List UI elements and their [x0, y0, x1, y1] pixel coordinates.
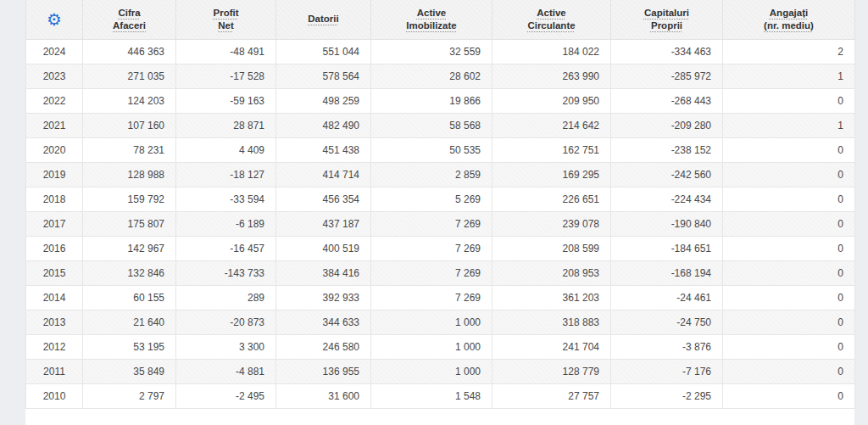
- capitaluri-proprii-cell: -3 876: [611, 334, 723, 359]
- angajati-cell: 0: [723, 310, 855, 334]
- cifra-afaceri-cell: 60 155: [83, 285, 176, 310]
- active-imobilizate-cell: 1 548: [371, 383, 492, 408]
- active-imobilizate-cell: 7 269: [371, 211, 492, 236]
- profit-net-cell: -17 528: [176, 64, 276, 88]
- table-row: 2012 53 195 3 300 246 580 1 000 241 704 …: [26, 334, 855, 359]
- year-cell: 2014: [26, 285, 83, 310]
- angajati-cell: 0: [723, 211, 855, 236]
- table-row: 2024 446 363 -48 491 551 044 32 559 184 …: [26, 39, 855, 64]
- column-header-capitaluri-proprii[interactable]: Capitaluri Proprii: [611, 0, 723, 39]
- active-imobilizate-cell: 32 559: [371, 39, 492, 64]
- active-imobilizate-cell: 7 269: [371, 260, 492, 285]
- settings-header-cell[interactable]: ⚙: [26, 0, 83, 39]
- year-cell: 2013: [26, 310, 83, 334]
- year-cell: 2020: [26, 137, 83, 162]
- year-cell: 2019: [26, 162, 83, 187]
- capitaluri-proprii-cell: -184 651: [611, 236, 723, 260]
- angajati-cell: 1: [723, 64, 855, 88]
- table-row: 2021 107 160 28 871 482 490 58 568 214 6…: [26, 113, 855, 137]
- active-imobilizate-cell: 7 269: [371, 236, 492, 260]
- year-cell: 2023: [26, 64, 83, 88]
- active-circulante-cell: 241 704: [492, 334, 611, 359]
- angajati-cell: 0: [723, 334, 855, 359]
- column-header-angajati[interactable]: Angajați (nr. mediu): [723, 0, 855, 39]
- column-header-active-imobilizate[interactable]: Active Imobilizate: [371, 0, 492, 39]
- year-cell: 2012: [26, 334, 83, 359]
- active-circulante-cell: 208 599: [492, 236, 611, 260]
- active-circulante-cell: 208 953: [492, 260, 611, 285]
- capitaluri-proprii-cell: -7 176: [611, 359, 723, 383]
- angajati-cell: 0: [723, 88, 855, 113]
- column-header-label: Cifra Afaceri: [113, 8, 146, 31]
- cifra-afaceri-cell: 35 849: [83, 359, 176, 383]
- profit-net-cell: -48 491: [176, 39, 276, 64]
- angajati-cell: 0: [723, 236, 855, 260]
- angajati-cell: 0: [723, 162, 855, 187]
- cifra-afaceri-cell: 142 967: [83, 236, 176, 260]
- cifra-afaceri-cell: 175 807: [83, 211, 176, 236]
- angajati-cell: 0: [723, 137, 855, 162]
- column-header-profit-net[interactable]: Profit Net: [176, 0, 276, 39]
- cifra-afaceri-cell: 124 203: [83, 88, 176, 113]
- capitaluri-proprii-cell: -2 295: [611, 383, 723, 408]
- datorii-cell: 498 259: [276, 88, 371, 113]
- active-imobilizate-cell: 5 269: [371, 187, 492, 211]
- table-body: 2024 446 363 -48 491 551 044 32 559 184 …: [26, 39, 855, 408]
- column-header-active-circulante[interactable]: Active Circulante: [492, 0, 611, 39]
- column-header-label: Profit Net: [213, 8, 238, 31]
- profit-net-cell: 4 409: [176, 137, 276, 162]
- profit-net-cell: -16 457: [176, 236, 276, 260]
- active-circulante-cell: 263 990: [492, 64, 611, 88]
- datorii-cell: 392 933: [276, 285, 371, 310]
- profit-net-cell: -59 163: [176, 88, 276, 113]
- angajati-cell: 2: [723, 39, 855, 64]
- cifra-afaceri-cell: 78 231: [83, 137, 176, 162]
- datorii-cell: 437 187: [276, 211, 371, 236]
- capitaluri-proprii-cell: -24 750: [611, 310, 723, 334]
- active-imobilizate-cell: 1 000: [371, 359, 492, 383]
- year-cell: 2018: [26, 187, 83, 211]
- datorii-cell: 578 564: [276, 64, 371, 88]
- cifra-afaceri-cell: 128 988: [83, 162, 176, 187]
- angajati-cell: 0: [723, 359, 855, 383]
- column-header-cifra-afaceri[interactable]: Cifra Afaceri: [83, 0, 176, 39]
- active-imobilizate-cell: 7 269: [371, 285, 492, 310]
- active-circulante-cell: 239 078: [492, 211, 611, 236]
- capitaluri-proprii-cell: -168 194: [611, 260, 723, 285]
- active-imobilizate-cell: 19 866: [371, 88, 492, 113]
- capitaluri-proprii-cell: -209 280: [611, 113, 723, 137]
- cifra-afaceri-cell: 132 846: [83, 260, 176, 285]
- cifra-afaceri-cell: 107 160: [83, 113, 176, 137]
- table-row: 2020 78 231 4 409 451 438 50 535 162 751…: [26, 137, 855, 162]
- active-imobilizate-cell: 1 000: [371, 310, 492, 334]
- datorii-cell: 31 600: [276, 383, 371, 408]
- year-cell: 2017: [26, 211, 83, 236]
- cifra-afaceri-cell: 159 792: [83, 187, 176, 211]
- gear-icon[interactable]: ⚙: [47, 11, 62, 28]
- table-row: 2022 124 203 -59 163 498 259 19 866 209 …: [26, 88, 855, 113]
- profit-net-cell: -6 189: [176, 211, 276, 236]
- year-cell: 2011: [26, 359, 83, 383]
- profit-net-cell: -143 733: [176, 260, 276, 285]
- angajati-cell: 1: [723, 113, 855, 137]
- capitaluri-proprii-cell: -285 972: [611, 64, 723, 88]
- active-circulante-cell: 318 883: [492, 310, 611, 334]
- year-cell: 2021: [26, 113, 83, 137]
- table-row: 2018 159 792 -33 594 456 354 5 269 226 6…: [26, 187, 855, 211]
- capitaluri-proprii-cell: -268 443: [611, 88, 723, 113]
- table-row: 2011 35 849 -4 881 136 955 1 000 128 779…: [26, 359, 855, 383]
- capitaluri-proprii-cell: -334 463: [611, 39, 723, 64]
- profit-net-cell: -2 495: [176, 383, 276, 408]
- datorii-cell: 414 714: [276, 162, 371, 187]
- column-header-label: Datorii: [308, 14, 338, 24]
- cifra-afaceri-cell: 21 640: [83, 310, 176, 334]
- cifra-afaceri-cell: 446 363: [83, 39, 176, 64]
- cifra-afaceri-cell: 271 035: [83, 64, 176, 88]
- angajati-cell: 0: [723, 285, 855, 310]
- column-header-datorii[interactable]: Datorii: [276, 0, 371, 39]
- profit-net-cell: 3 300: [176, 334, 276, 359]
- profit-net-cell: -4 881: [176, 359, 276, 383]
- datorii-cell: 482 490: [276, 113, 371, 137]
- active-imobilizate-cell: 2 859: [371, 162, 492, 187]
- active-imobilizate-cell: 50 535: [371, 137, 492, 162]
